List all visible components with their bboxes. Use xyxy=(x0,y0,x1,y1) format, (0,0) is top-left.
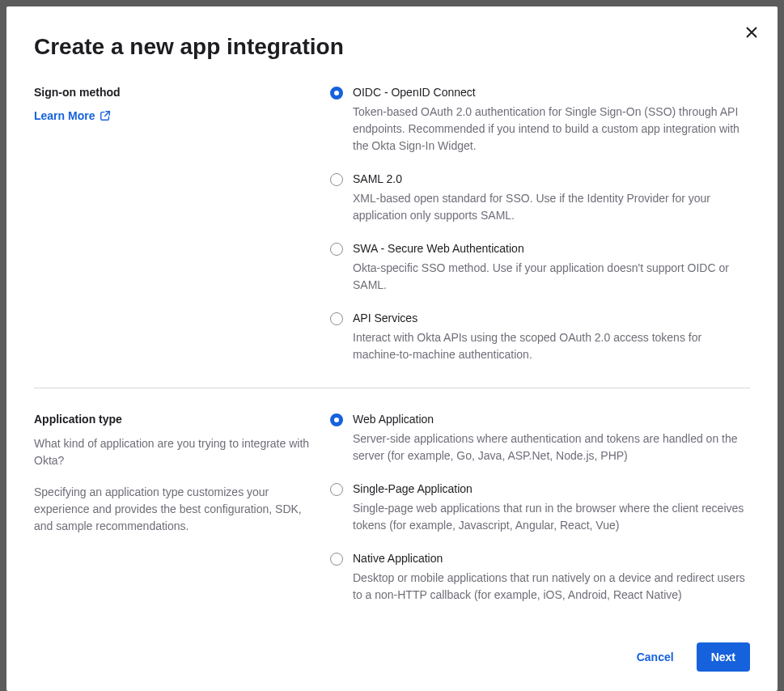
external-link-icon xyxy=(100,110,111,121)
radio-option-saml[interactable]: SAML 2.0 XML-based open standard for SSO… xyxy=(330,172,750,224)
radio-indicator xyxy=(330,483,343,496)
cancel-button[interactable]: Cancel xyxy=(622,642,689,672)
next-button[interactable]: Next xyxy=(697,642,750,672)
modal-body: Create a new app integration Sign-on met… xyxy=(6,6,778,628)
radio-option-spa[interactable]: Single-Page Application Single-page web … xyxy=(330,482,750,534)
radio-content: Native Application Desktop or mobile app… xyxy=(353,552,750,604)
radio-option-api-services[interactable]: API Services Interact with Okta APIs usi… xyxy=(330,312,750,363)
radio-content: Web Application Server-side applications… xyxy=(353,413,750,464)
learn-more-link[interactable]: Learn More xyxy=(34,109,111,122)
modal-footer: Cancel Next xyxy=(6,628,778,691)
radio-title: Single-Page Application xyxy=(353,482,750,495)
radio-option-swa[interactable]: SWA - Secure Web Authentication Okta-spe… xyxy=(330,242,750,294)
application-type-section: Application type What kind of applicatio… xyxy=(34,388,750,628)
radio-indicator xyxy=(330,553,343,566)
create-app-integration-modal: Create a new app integration Sign-on met… xyxy=(6,6,778,691)
radio-title: Web Application xyxy=(353,413,750,426)
radio-indicator xyxy=(330,173,343,186)
radio-option-oidc[interactable]: OIDC - OpenID Connect Token-based OAuth … xyxy=(330,86,750,155)
radio-indicator xyxy=(330,243,343,256)
learn-more-text: Learn More xyxy=(34,109,95,122)
radio-indicator xyxy=(330,87,343,100)
radio-desc: Server-side applications where authentic… xyxy=(353,430,750,464)
section-left: Application type What kind of applicatio… xyxy=(34,413,330,604)
app-type-options: Web Application Server-side applications… xyxy=(330,413,750,604)
radio-content: SWA - Secure Web Authentication Okta-spe… xyxy=(353,242,750,294)
radio-title: API Services xyxy=(353,312,750,324)
sign-on-options: OIDC - OpenID Connect Token-based OAuth … xyxy=(330,86,750,363)
app-type-question: What kind of application are you trying … xyxy=(34,435,311,469)
radio-content: Single-Page Application Single-page web … xyxy=(353,482,750,534)
radio-desc: Token-based OAuth 2.0 authentication for… xyxy=(353,104,750,155)
sign-on-method-section: Sign-on method Learn More OIDC - OpenID … xyxy=(34,86,750,388)
radio-title: Native Application xyxy=(353,552,750,565)
radio-indicator xyxy=(330,413,343,426)
close-button[interactable] xyxy=(739,19,765,45)
radio-desc: Single-page web applications that run in… xyxy=(353,500,750,534)
radio-content: API Services Interact with Okta APIs usi… xyxy=(353,312,750,363)
close-icon xyxy=(745,26,758,39)
radio-option-native-app[interactable]: Native Application Desktop or mobile app… xyxy=(330,552,750,604)
app-type-heading: Application type xyxy=(34,413,311,426)
radio-title: OIDC - OpenID Connect xyxy=(353,86,750,99)
radio-desc: Okta-specific SSO method. Use if your ap… xyxy=(353,260,750,294)
radio-option-web-app[interactable]: Web Application Server-side applications… xyxy=(330,413,750,464)
radio-title: SWA - Secure Web Authentication xyxy=(353,242,750,255)
section-left: Sign-on method Learn More xyxy=(34,86,330,363)
radio-content: SAML 2.0 XML-based open standard for SSO… xyxy=(353,172,750,224)
radio-indicator xyxy=(330,312,343,325)
radio-title: SAML 2.0 xyxy=(353,172,750,185)
radio-desc: Desktop or mobile applications that run … xyxy=(353,570,750,604)
app-type-help: Specifying an application type customize… xyxy=(34,484,311,535)
radio-desc: Interact with Okta APIs using the scoped… xyxy=(353,329,750,363)
radio-content: OIDC - OpenID Connect Token-based OAuth … xyxy=(353,86,750,155)
modal-title: Create a new app integration xyxy=(34,34,750,60)
sign-on-heading: Sign-on method xyxy=(34,86,311,99)
radio-desc: XML-based open standard for SSO. Use if … xyxy=(353,190,750,224)
